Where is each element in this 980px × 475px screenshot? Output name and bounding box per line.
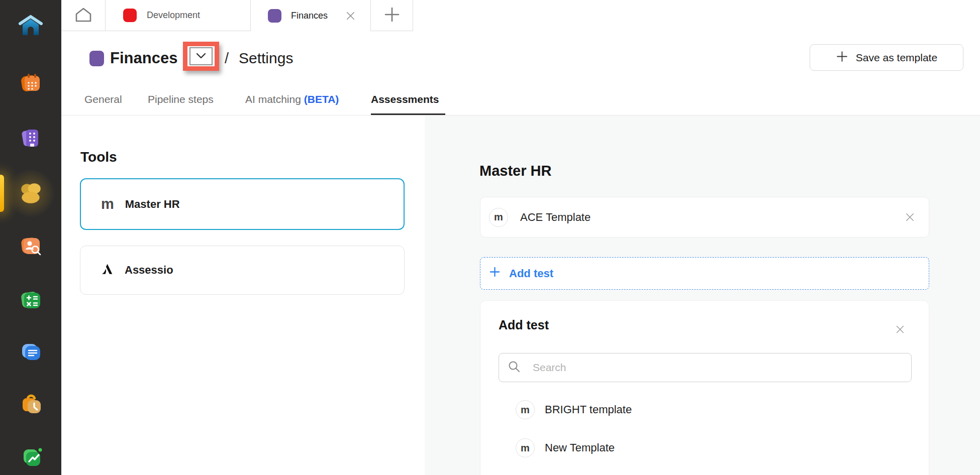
result-name: New Template (545, 441, 615, 454)
add-test-button[interactable]: Add test (480, 257, 929, 290)
plus-icon (489, 267, 500, 280)
chart-app-icon (18, 444, 44, 470)
briefcase-clock-app-icon (18, 392, 44, 418)
tool-card-master-hr[interactable]: m Master HR (80, 178, 405, 230)
add-test-label: Add test (509, 267, 553, 280)
breadcrumb-separator: / (225, 50, 229, 67)
new-tab-button[interactable] (371, 0, 413, 31)
calendar-app-icon (18, 70, 44, 96)
search-input[interactable] (532, 361, 911, 374)
sidebar-item-analytics[interactable] (16, 443, 45, 472)
people-app-icon (17, 180, 44, 207)
test-avatar: m (489, 208, 508, 227)
tab-ai-matching[interactable]: AI matching (BETA) (245, 93, 339, 105)
plus-icon (836, 50, 848, 65)
add-test-panel-title: Add test (499, 318, 549, 332)
tab-pipeline-steps[interactable]: Pipeline steps (148, 93, 214, 105)
sidebar-item-candidates[interactable] (16, 179, 45, 208)
sidebar-item-company[interactable] (16, 123, 45, 152)
tool-name: Assessio (125, 264, 173, 277)
tool-name: Master HR (125, 198, 180, 211)
project-dropdown-button[interactable] (189, 47, 213, 65)
project-color-square (89, 51, 104, 66)
calculator-app-icon (18, 287, 44, 313)
project-title: Finances (110, 49, 177, 67)
detail-title: Master HR (479, 163, 551, 179)
sidebar-item-talent-search[interactable] (16, 231, 45, 261)
search-result-new-template[interactable]: m New Template (516, 438, 615, 458)
app-sidebar (0, 0, 61, 475)
person-search-app-icon (18, 233, 44, 259)
tab-development-label: Development (147, 10, 200, 21)
home-outline-icon (74, 7, 92, 24)
master-hr-logo: m (101, 197, 114, 211)
tab-assessments[interactable]: Assessments (371, 93, 439, 105)
app-window: Development Finances Finances / Se (0, 0, 980, 475)
tab-development[interactable]: Development (106, 0, 251, 31)
sidebar-item-time-tracking[interactable] (16, 390, 45, 419)
sidebar-item-home[interactable] (16, 12, 45, 41)
save-as-template-label: Save as template (856, 52, 937, 64)
building-app-icon (18, 125, 44, 151)
annotation-highlight-box (183, 42, 219, 71)
plus-icon (383, 6, 401, 25)
breadcrumb-section: Settings (239, 50, 293, 67)
result-avatar: m (516, 438, 535, 457)
result-avatar: m (516, 400, 535, 419)
page-header: Finances / Settings Save as template Gen… (61, 31, 980, 115)
development-color-dot (123, 9, 137, 22)
sidebar-item-calculator[interactable] (16, 286, 45, 315)
close-panel-icon[interactable] (895, 324, 906, 335)
chevron-down-icon (196, 53, 206, 60)
tools-panel: Tools m Master HR Assessio (61, 115, 425, 475)
close-tab-icon[interactable] (345, 10, 356, 22)
tab-ai-matching-label: AI matching (245, 93, 301, 105)
tools-title: Tools (80, 149, 117, 165)
add-test-panel: Add test m BRIGHT template m (480, 300, 929, 475)
browser-tabbar: Development Finances (61, 0, 980, 31)
search-result-bright[interactable]: m BRIGHT template (516, 400, 632, 420)
selected-test-row: m ACE Template (480, 197, 929, 238)
sidebar-item-messages[interactable] (16, 338, 45, 367)
save-as-template-button[interactable]: Save as template (810, 44, 963, 71)
beta-badge: (BETA) (304, 93, 339, 105)
home-app-icon (18, 13, 44, 39)
tab-finances[interactable]: Finances (251, 0, 371, 31)
sidebar-active-indicator (0, 175, 4, 212)
test-name: ACE Template (520, 211, 591, 224)
search-icon (508, 360, 521, 375)
tab-general[interactable]: General (84, 93, 122, 105)
chat-app-icon (18, 339, 44, 366)
result-name: BRIGHT template (545, 403, 632, 416)
tab-finances-label: Finances (291, 11, 328, 21)
sidebar-item-calendar[interactable] (16, 68, 45, 97)
settings-content: Tools m Master HR Assessio Master HR m A… (61, 115, 980, 475)
active-tab-underline (371, 113, 445, 115)
tool-detail-panel: Master HR m ACE Template Add test Add te… (425, 115, 980, 475)
finances-color-dot (268, 9, 281, 23)
remove-test-icon[interactable] (904, 211, 916, 223)
tab-home[interactable] (61, 0, 106, 31)
assessio-logo-icon (101, 263, 114, 278)
tool-card-assessio[interactable]: Assessio (80, 246, 405, 295)
test-search-box (499, 353, 912, 382)
